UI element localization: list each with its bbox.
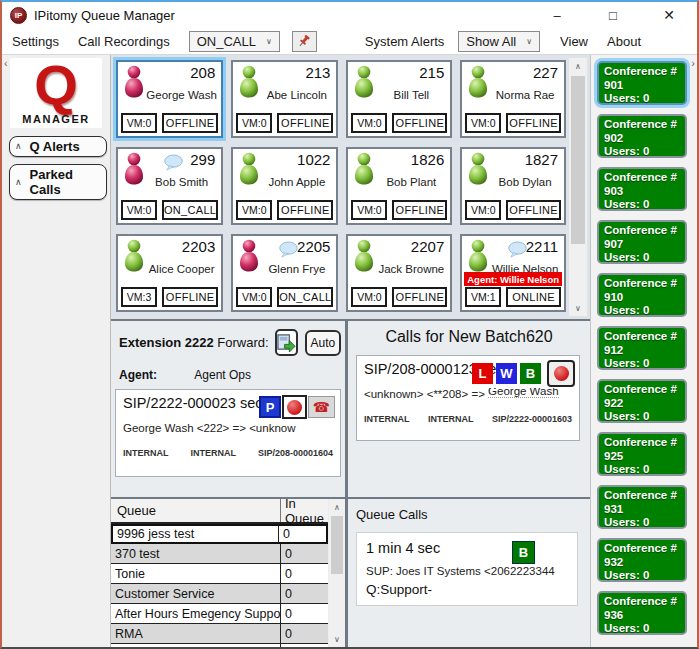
record-button[interactable]: [547, 360, 575, 387]
hangup-button[interactable]: ☎: [308, 396, 335, 418]
in-queue-cell: 0: [280, 564, 328, 583]
queue-calls-title: Queue Calls: [356, 507, 582, 522]
conference-card[interactable]: Conference # 902 Users: 0: [597, 114, 687, 158]
conference-users: Users: 0: [604, 516, 680, 530]
queue-calls-panel: Queue Calls 1 min 4 sec B SUP: Joes IT S…: [348, 499, 590, 647]
queue-table-row[interactable]: 9996 jess test 0: [111, 524, 328, 544]
conference-card[interactable]: Conference # 922 Users: 0: [597, 379, 687, 423]
voicemail-count: VM:0: [465, 113, 501, 133]
expand-panel-icon[interactable]: ›: [691, 57, 695, 69]
extension-card[interactable]: 1826 Bob Plant VM:0 OFFLINE: [346, 147, 452, 225]
whisper-button[interactable]: W: [496, 363, 517, 384]
voicemail-count: VM:0: [236, 200, 272, 220]
collapse-sidebar-icon[interactable]: ‹: [4, 57, 8, 69]
batch-call-card[interactable]: SIP/208-0000123 sec L W B <unknown> <**2…: [356, 355, 580, 441]
q-alerts-button[interactable]: ∧ Q Alerts: [9, 136, 107, 157]
minimize-button[interactable]: –: [529, 2, 585, 28]
queue-filter-dropdown[interactable]: ON_CALL ∨: [189, 31, 280, 52]
presence-person-icon: [122, 152, 146, 185]
menu-settings[interactable]: Settings: [12, 34, 59, 49]
sidebar: ‹ Q MANAGER ∧ Q Alerts ∧ Parked Calls: [2, 55, 111, 647]
scroll-up-icon[interactable]: ∧: [569, 58, 587, 74]
queue-table-row[interactable]: After Hours Emegency Support 0: [111, 604, 328, 624]
conference-card[interactable]: Conference # 931 Users: 0: [597, 485, 687, 529]
queue-table-row[interactable]: Customer Service 0: [111, 584, 328, 604]
conference-card[interactable]: Conference # 903 Users: 0: [597, 167, 687, 211]
scroll-up-icon[interactable]: ∧: [329, 499, 345, 515]
alert-filter-dropdown[interactable]: Show All ∨: [458, 31, 540, 52]
extension-number: 213: [305, 64, 333, 81]
conference-card[interactable]: Conference # 925 Users: 0: [597, 432, 687, 476]
queue-call-card[interactable]: 1 min 4 sec B SUP: Joes IT Systems <2062…: [356, 532, 578, 606]
extension-card[interactable]: 299 Bob Smith VM:0 ON_CALL: [116, 147, 223, 225]
conference-card[interactable]: Conference # 912 Users: 0: [597, 326, 687, 370]
forward-label: Forward:: [217, 335, 268, 350]
extension-card[interactable]: 227 Norma Rae VM:0 OFFLINE: [460, 60, 566, 138]
call-channel: SIP/208-00001604: [258, 448, 333, 458]
extension-card[interactable]: 2203 Alice Cooper VM:3 OFFLINE: [116, 234, 223, 312]
queue-column-header[interactable]: Queue: [111, 503, 280, 518]
extension-card[interactable]: 2205 Glenn Frye VM:0 ON_CALL: [231, 234, 338, 312]
conference-card[interactable]: Conference # 907 Users: 0: [597, 220, 687, 264]
conference-card[interactable]: Conference # 936 Users: 0: [597, 591, 687, 635]
call-meta: INTERNAL INTERNAL SIP/2222-00001603: [364, 414, 572, 424]
scrollbar-thumb[interactable]: [331, 516, 343, 574]
pin-button[interactable]: [292, 31, 317, 52]
chat-bubble-icon: [279, 241, 298, 258]
scroll-down-icon[interactable]: ∨: [569, 300, 587, 316]
auto-forward-button[interactable]: Auto: [305, 330, 342, 356]
extension-card[interactable]: 213 Abe Lincoln VM:0 OFFLINE: [231, 60, 338, 138]
supervise-buttons: L W B: [472, 363, 541, 384]
in-queue-column-header[interactable]: In Queue: [280, 499, 328, 522]
app-window: IP IPitomy Queue Manager – □ ✕ Settings …: [0, 0, 699, 649]
listen-button[interactable]: L: [472, 363, 493, 384]
queue-name-cell: After Hours Emegency Support: [111, 607, 280, 621]
menu-about[interactable]: About: [607, 34, 641, 49]
in-queue-cell: 0: [280, 584, 328, 603]
status-badge: OFFLINE: [162, 287, 218, 307]
chat-bubble-icon: [508, 241, 527, 258]
extension-card-footer: VM:0 OFFLINE: [236, 113, 333, 133]
scrollbar-thumb[interactable]: [571, 76, 585, 244]
conference-card[interactable]: Conference # 932 Users: 0: [597, 538, 687, 582]
conference-title: Conference #: [604, 383, 680, 397]
parked-calls-button[interactable]: ∧ Parked Calls: [9, 164, 107, 200]
record-button[interactable]: [282, 395, 307, 419]
presence-person-icon: [352, 239, 376, 272]
queue-filter-value: ON_CALL: [197, 34, 256, 49]
queue-table-scrollbar[interactable]: ∧ ∨: [329, 499, 345, 647]
call-parties: <unknown> <**208> => George Wash: [364, 388, 572, 400]
extension-card-footer: VM:0 ON_CALL: [236, 287, 333, 307]
barge-button[interactable]: B: [512, 541, 535, 564]
conference-card[interactable]: Conference # 910 Users: 0: [597, 273, 687, 317]
maximize-button[interactable]: □: [585, 2, 641, 28]
call-from-type: INTERNAL: [123, 448, 169, 458]
queue-table-row[interactable]: RMA 0: [111, 624, 328, 644]
extension-card[interactable]: 1022 John Apple VM:0 OFFLINE: [231, 147, 338, 225]
extension-card[interactable]: 1827 Bob Dylan VM:0 OFFLINE: [460, 147, 566, 225]
queue-table-row[interactable]: Billing 0: [111, 644, 328, 647]
barge-button[interactable]: B: [520, 363, 541, 384]
park-button[interactable]: P: [259, 396, 281, 418]
menu-call-recordings[interactable]: Call Recordings: [78, 34, 170, 49]
close-button[interactable]: ✕: [641, 2, 697, 28]
extensions-scrollbar[interactable]: ∧ ∨: [569, 58, 587, 316]
extension-card[interactable]: 2211 Willie Nelson Agent: Willie Nelson …: [460, 234, 566, 312]
forward-button[interactable]: [275, 329, 298, 356]
extension-card[interactable]: 2207 Jack Browne VM:0 OFFLINE: [346, 234, 452, 312]
conference-users: Users: 0: [604, 251, 680, 265]
voicemail-count: VM:0: [121, 113, 157, 133]
menu-view[interactable]: View: [560, 34, 588, 49]
queue-table-row[interactable]: Tonie 0: [111, 564, 328, 584]
extension-card[interactable]: 215 Bill Tell VM:0 OFFLINE: [346, 60, 452, 138]
extension-card[interactable]: 208 George Wash VM:0 OFFLINE: [116, 60, 223, 138]
queue-table-panel: Queue In Queue 9996 jess test 0 370 test…: [111, 499, 345, 647]
conference-title: Conference #: [604, 224, 680, 238]
logo-word: MANAGER: [10, 113, 102, 125]
conference-card[interactable]: Conference # 901 Users: 0: [597, 61, 687, 105]
queue-table-row[interactable]: 370 test 0: [111, 544, 328, 564]
voicemail-count: VM:0: [351, 200, 387, 220]
scroll-down-icon[interactable]: ∨: [329, 631, 345, 647]
active-call-card[interactable]: SIP/2222-000023 sec P ☎ George Wash <222…: [115, 389, 341, 477]
pushpin-icon: [297, 34, 311, 48]
